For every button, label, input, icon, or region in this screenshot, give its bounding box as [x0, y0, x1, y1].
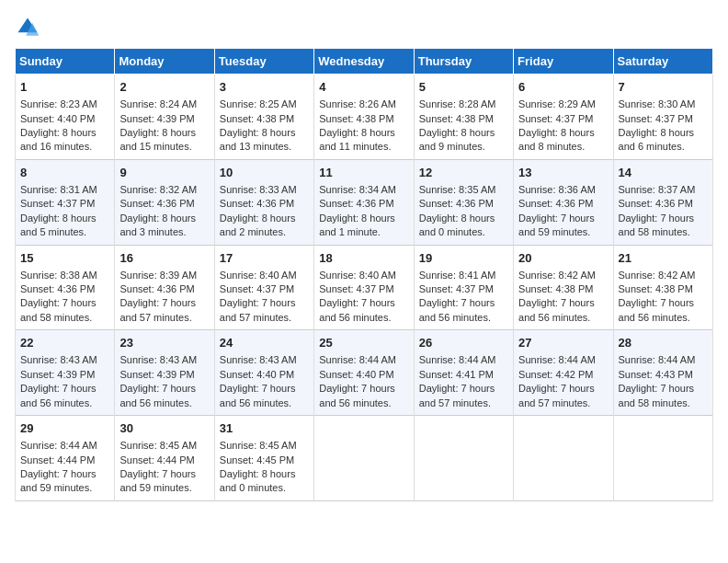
day-number: 13: [518, 165, 608, 181]
calendar-cell: 31Sunrise: 8:45 AMSunset: 4:45 PMDayligh…: [214, 416, 313, 501]
day-number: 2: [119, 79, 209, 96]
weekday-friday: Friday: [514, 49, 613, 75]
day-info: Sunrise: 8:37 AMSunset: 4:36 PMDaylight:…: [619, 183, 708, 240]
day-info: Sunrise: 8:44 AMSunset: 4:43 PMDaylight:…: [619, 353, 708, 410]
weekday-sunday: Sunday: [16, 49, 115, 75]
day-info: Sunrise: 8:30 AMSunset: 4:37 PMDaylight:…: [619, 98, 708, 155]
calendar-week-row: 29Sunrise: 8:44 AMSunset: 4:44 PMDayligh…: [16, 416, 713, 501]
day-info: Sunrise: 8:24 AMSunset: 4:39 PMDaylight:…: [119, 98, 209, 155]
day-number: 17: [220, 250, 309, 267]
calendar-cell: 25Sunrise: 8:44 AMSunset: 4:40 PMDayligh…: [314, 330, 414, 416]
day-info: Sunrise: 8:25 AMSunset: 4:38 PMDaylight:…: [220, 98, 309, 155]
calendar-cell: 1Sunrise: 8:23 AMSunset: 4:40 PMDaylight…: [16, 75, 115, 160]
calendar-cell: [414, 416, 513, 501]
calendar-cell: 20Sunrise: 8:42 AMSunset: 4:38 PMDayligh…: [514, 245, 613, 330]
day-number: 12: [419, 165, 508, 181]
day-info: Sunrise: 8:36 AMSunset: 4:36 PMDaylight:…: [518, 183, 608, 240]
calendar-week-row: 15Sunrise: 8:38 AMSunset: 4:36 PMDayligh…: [16, 245, 713, 330]
day-number: 16: [119, 250, 209, 267]
day-info: Sunrise: 8:44 AMSunset: 4:40 PMDaylight:…: [319, 353, 408, 410]
day-number: 30: [119, 420, 209, 437]
day-number: 9: [119, 165, 209, 181]
day-number: 24: [220, 335, 309, 351]
calendar-cell: 10Sunrise: 8:33 AMSunset: 4:36 PMDayligh…: [214, 159, 313, 245]
day-info: Sunrise: 8:44 AMSunset: 4:42 PMDaylight:…: [518, 353, 608, 410]
day-info: Sunrise: 8:34 AMSunset: 4:36 PMDaylight:…: [319, 183, 408, 240]
day-info: Sunrise: 8:38 AMSunset: 4:36 PMDaylight:…: [20, 269, 109, 326]
day-info: Sunrise: 8:42 AMSunset: 4:38 PMDaylight:…: [619, 269, 708, 326]
day-info: Sunrise: 8:32 AMSunset: 4:36 PMDaylight:…: [119, 183, 209, 240]
calendar-week-row: 8Sunrise: 8:31 AMSunset: 4:37 PMDaylight…: [16, 159, 713, 245]
calendar-cell: 27Sunrise: 8:44 AMSunset: 4:42 PMDayligh…: [514, 330, 613, 416]
day-number: 25: [319, 335, 408, 351]
calendar-cell: 22Sunrise: 8:43 AMSunset: 4:39 PMDayligh…: [16, 330, 115, 416]
day-number: 20: [518, 250, 608, 267]
calendar-table: SundayMondayTuesdayWednesdayThursdayFrid…: [15, 48, 713, 501]
day-number: 4: [319, 79, 408, 96]
day-info: Sunrise: 8:35 AMSunset: 4:36 PMDaylight:…: [419, 183, 508, 240]
day-number: 21: [619, 250, 708, 267]
day-number: 15: [20, 250, 109, 267]
day-number: 8: [20, 165, 109, 181]
calendar-week-row: 1Sunrise: 8:23 AMSunset: 4:40 PMDaylight…: [16, 75, 713, 160]
day-info: Sunrise: 8:23 AMSunset: 4:40 PMDaylight:…: [20, 98, 109, 155]
weekday-wednesday: Wednesday: [314, 49, 414, 75]
weekday-header-row: SundayMondayTuesdayWednesdayThursdayFrid…: [16, 49, 713, 75]
calendar-cell: 4Sunrise: 8:26 AMSunset: 4:38 PMDaylight…: [314, 75, 414, 160]
page-header: [15, 15, 713, 40]
calendar-cell: [314, 416, 414, 501]
calendar-cell: 13Sunrise: 8:36 AMSunset: 4:36 PMDayligh…: [514, 159, 613, 245]
day-info: Sunrise: 8:28 AMSunset: 4:38 PMDaylight:…: [419, 98, 508, 155]
weekday-tuesday: Tuesday: [214, 49, 313, 75]
calendar-cell: 16Sunrise: 8:39 AMSunset: 4:36 PMDayligh…: [115, 245, 214, 330]
day-info: Sunrise: 8:41 AMSunset: 4:37 PMDaylight:…: [419, 269, 508, 326]
day-number: 31: [220, 420, 309, 437]
calendar-cell: 9Sunrise: 8:32 AMSunset: 4:36 PMDaylight…: [115, 159, 214, 245]
calendar-cell: 21Sunrise: 8:42 AMSunset: 4:38 PMDayligh…: [613, 245, 712, 330]
calendar-cell: 18Sunrise: 8:40 AMSunset: 4:37 PMDayligh…: [314, 245, 414, 330]
calendar-cell: 26Sunrise: 8:44 AMSunset: 4:41 PMDayligh…: [414, 330, 513, 416]
day-number: 22: [20, 335, 109, 351]
day-info: Sunrise: 8:43 AMSunset: 4:39 PMDaylight:…: [119, 353, 209, 410]
calendar-cell: 23Sunrise: 8:43 AMSunset: 4:39 PMDayligh…: [115, 330, 214, 416]
day-number: 11: [319, 165, 408, 181]
day-number: 5: [419, 79, 508, 96]
calendar-cell: 28Sunrise: 8:44 AMSunset: 4:43 PMDayligh…: [613, 330, 712, 416]
logo: [15, 15, 42, 40]
day-info: Sunrise: 8:40 AMSunset: 4:37 PMDaylight:…: [319, 269, 408, 326]
day-number: 23: [119, 335, 209, 351]
day-info: Sunrise: 8:33 AMSunset: 4:36 PMDaylight:…: [220, 183, 309, 240]
day-info: Sunrise: 8:43 AMSunset: 4:40 PMDaylight:…: [220, 353, 309, 410]
calendar-cell: 2Sunrise: 8:24 AMSunset: 4:39 PMDaylight…: [115, 75, 214, 160]
day-number: 3: [220, 79, 309, 96]
calendar-cell: [514, 416, 613, 501]
day-number: 6: [518, 79, 608, 96]
day-number: 18: [319, 250, 408, 267]
day-info: Sunrise: 8:26 AMSunset: 4:38 PMDaylight:…: [319, 98, 408, 155]
day-info: Sunrise: 8:40 AMSunset: 4:37 PMDaylight:…: [220, 269, 309, 326]
calendar-cell: 15Sunrise: 8:38 AMSunset: 4:36 PMDayligh…: [16, 245, 115, 330]
day-number: 29: [20, 420, 109, 437]
calendar-cell: 19Sunrise: 8:41 AMSunset: 4:37 PMDayligh…: [414, 245, 513, 330]
calendar-cell: 6Sunrise: 8:29 AMSunset: 4:37 PMDaylight…: [514, 75, 613, 160]
calendar-cell: 17Sunrise: 8:40 AMSunset: 4:37 PMDayligh…: [214, 245, 313, 330]
day-number: 7: [619, 79, 708, 96]
calendar-cell: 24Sunrise: 8:43 AMSunset: 4:40 PMDayligh…: [214, 330, 313, 416]
day-info: Sunrise: 8:29 AMSunset: 4:37 PMDaylight:…: [518, 98, 608, 155]
calendar-cell: 14Sunrise: 8:37 AMSunset: 4:36 PMDayligh…: [613, 159, 712, 245]
weekday-monday: Monday: [115, 49, 214, 75]
calendar-cell: 11Sunrise: 8:34 AMSunset: 4:36 PMDayligh…: [314, 159, 414, 245]
day-info: Sunrise: 8:31 AMSunset: 4:37 PMDaylight:…: [20, 183, 109, 240]
day-info: Sunrise: 8:39 AMSunset: 4:36 PMDaylight:…: [119, 269, 209, 326]
day-number: 1: [20, 79, 109, 96]
calendar-cell: 7Sunrise: 8:30 AMSunset: 4:37 PMDaylight…: [613, 75, 712, 160]
calendar-cell: [613, 416, 712, 501]
calendar-cell: 3Sunrise: 8:25 AMSunset: 4:38 PMDaylight…: [214, 75, 313, 160]
calendar-cell: 30Sunrise: 8:45 AMSunset: 4:44 PMDayligh…: [115, 416, 214, 501]
weekday-saturday: Saturday: [613, 49, 712, 75]
day-info: Sunrise: 8:45 AMSunset: 4:44 PMDaylight:…: [119, 439, 209, 496]
day-number: 19: [419, 250, 508, 267]
day-number: 10: [220, 165, 309, 181]
day-info: Sunrise: 8:43 AMSunset: 4:39 PMDaylight:…: [20, 353, 109, 410]
day-number: 26: [419, 335, 508, 351]
